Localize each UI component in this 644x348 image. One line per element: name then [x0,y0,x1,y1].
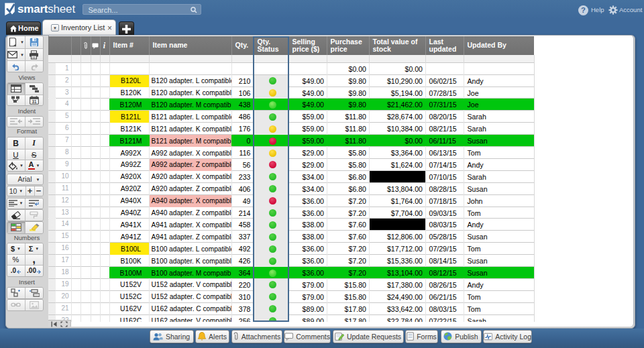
svg-text:?: ? [581,6,586,14]
svg-text:31: 31 [32,99,37,103]
